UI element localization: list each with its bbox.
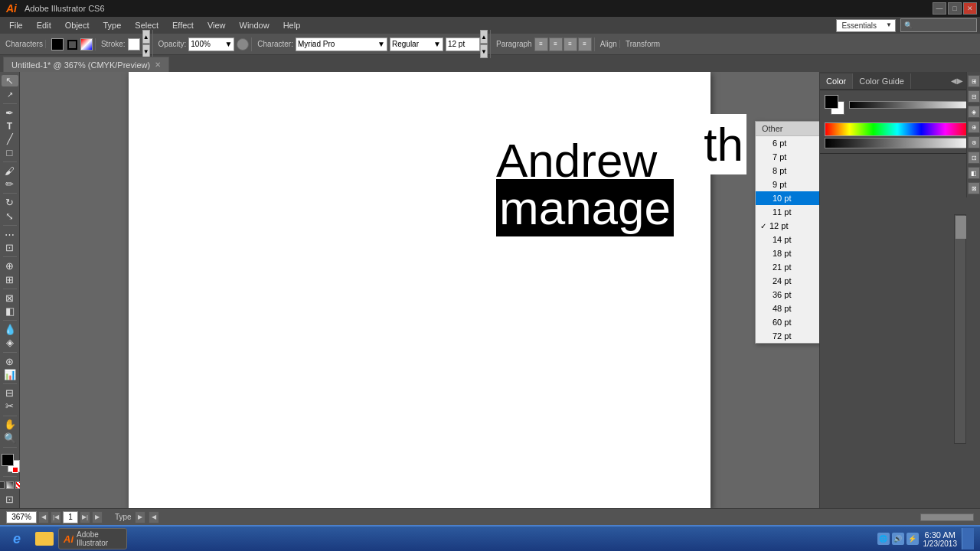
last-page-btn[interactable]: ▶|: [80, 511, 90, 523]
align-justify-btn[interactable]: ≡: [578, 37, 592, 51]
fsd-item-36pt[interactable]: 36 pt: [756, 288, 819, 302]
menu-view[interactable]: View: [201, 19, 232, 31]
normal-mode[interactable]: [0, 481, 5, 489]
fsd-item-12pt[interactable]: 12 pt: [756, 219, 819, 233]
fsd-item-48pt[interactable]: 48 pt: [756, 302, 819, 315]
scrollbar-thumb[interactable]: [956, 216, 966, 239]
type-back-btn[interactable]: ◀: [149, 511, 159, 523]
panel-btn-4[interactable]: ⊕: [968, 121, 980, 133]
font-size-input[interactable]: [446, 37, 480, 51]
hand-tool[interactable]: ✋: [2, 419, 18, 430]
fsd-item-18pt[interactable]: 18 pt: [756, 246, 819, 260]
size-down[interactable]: ▼: [480, 44, 488, 58]
panel-btn-8[interactable]: ⊠: [968, 182, 980, 194]
close-button[interactable]: ✕: [963, 2, 977, 15]
panel-btn-6[interactable]: ⊡: [968, 152, 980, 164]
paintbrush-tool[interactable]: 🖌: [2, 165, 18, 177]
font-size-dropdown[interactable]: Other 6 pt 7 pt 8 pt 9 pt 10 pt 11 pt 12…: [755, 121, 819, 344]
rotate-tool[interactable]: ↻: [2, 197, 18, 208]
ai-taskbar-btn[interactable]: Ai Adobe Illustrator: [58, 528, 127, 549]
menu-file[interactable]: File: [3, 19, 29, 31]
type-tool[interactable]: T: [2, 120, 18, 132]
fsd-item-14pt[interactable]: 14 pt: [756, 233, 819, 246]
align-center-btn[interactable]: ≡: [549, 37, 563, 51]
rectangle-tool[interactable]: □: [2, 147, 18, 158]
panel-btn-2[interactable]: ⊟: [968, 90, 980, 103]
fsd-item-24pt[interactable]: 24 pt: [756, 274, 819, 288]
size-up[interactable]: ▲: [480, 30, 488, 44]
scale-tool[interactable]: ⤡: [2, 210, 18, 221]
shape-builder-tool[interactable]: ⊕: [2, 260, 18, 272]
fsd-item-9pt[interactable]: 9 pt: [756, 178, 819, 191]
prev-page-btn[interactable]: ◀: [38, 511, 49, 523]
panel-btn-3[interactable]: ◈: [968, 106, 980, 118]
fsd-item-60pt[interactable]: 60 pt: [756, 315, 819, 329]
font-style-dropdown[interactable]: Regular ▼: [390, 37, 443, 51]
perspective-tool[interactable]: ⊞: [2, 273, 18, 285]
pencil-tool[interactable]: ✏: [2, 178, 18, 190]
foreground-swatch[interactable]: [2, 454, 14, 466]
screen-mode[interactable]: ⊡: [2, 494, 18, 505]
document-tab[interactable]: Untitled-1* @ 367% (CMYK/Preview) ✕: [3, 57, 169, 72]
folder-icon[interactable]: [31, 528, 58, 549]
column-graph-tool[interactable]: 📊: [2, 369, 18, 380]
menu-effect[interactable]: Effect: [166, 19, 200, 31]
slice-tool[interactable]: ✂: [2, 400, 18, 412]
essentials-dropdown[interactable]: Essentials ▼: [836, 19, 896, 32]
panel-btn-7[interactable]: ◧: [968, 167, 980, 179]
font-name-dropdown[interactable]: Myriad Pro ▼: [296, 37, 387, 51]
free-transform-tool[interactable]: ⊡: [2, 242, 18, 253]
opacity-icon[interactable]: [237, 38, 249, 51]
search-bar[interactable]: 🔍: [900, 18, 977, 32]
show-desktop-btn[interactable]: [962, 528, 974, 549]
stroke-color[interactable]: [128, 38, 140, 51]
ie-icon[interactable]: e: [3, 528, 31, 549]
selection-tool[interactable]: ↖: [2, 75, 18, 86]
panel-expand-icon[interactable]: ◀▶: [951, 75, 963, 87]
warp-tool[interactable]: ⋯: [2, 229, 18, 240]
mask-mode[interactable]: [6, 481, 14, 489]
page-input[interactable]: [63, 511, 78, 523]
stroke-swatch[interactable]: [67, 40, 77, 50]
opacity-dropdown[interactable]: 100% ▼: [188, 37, 234, 51]
fg-color-swatch[interactable]: [825, 95, 838, 109]
panel-btn-5[interactable]: ⊛: [968, 136, 980, 148]
fsd-item-11pt[interactable]: 11 pt: [756, 205, 819, 219]
swap-colors[interactable]: [12, 467, 18, 473]
stroke-up[interactable]: ▲: [142, 30, 150, 44]
pen-tool[interactable]: ✒: [2, 106, 18, 118]
fsd-item-7pt[interactable]: 7 pt: [756, 150, 819, 164]
menu-object[interactable]: Object: [59, 19, 96, 31]
tab-close-btn[interactable]: ✕: [155, 60, 161, 69]
color-guide-tab[interactable]: Color Guide: [853, 73, 911, 89]
next-page-btn[interactable]: ▶: [92, 511, 103, 523]
minimize-button[interactable]: —: [933, 2, 946, 15]
fsd-item-21pt[interactable]: 21 pt: [756, 260, 819, 274]
color-spectrum[interactable]: [825, 122, 970, 136]
maximize-button[interactable]: □: [948, 2, 962, 15]
fsd-item-8pt[interactable]: 8 pt: [756, 164, 819, 178]
fsd-item-6pt[interactable]: 6 pt: [756, 136, 819, 150]
fsd-item-10pt[interactable]: 10 pt: [756, 191, 819, 205]
direct-selection-tool[interactable]: ↗: [2, 88, 18, 99]
first-page-btn[interactable]: |◀: [51, 511, 61, 523]
gradient-icon[interactable]: [80, 38, 93, 51]
artboard-tool[interactable]: ⊟: [2, 387, 18, 399]
panel-btn-1[interactable]: ⊞: [968, 75, 980, 87]
symbol-tool[interactable]: ⊛: [2, 355, 18, 367]
zoom-input[interactable]: [6, 511, 37, 523]
fill-swatch[interactable]: [51, 38, 64, 51]
eyedropper-tool[interactable]: 💧: [2, 324, 18, 335]
align-left-btn[interactable]: ≡: [534, 37, 548, 51]
color-tab[interactable]: Color: [820, 73, 853, 89]
gray-spectrum[interactable]: [825, 138, 975, 148]
align-right-btn[interactable]: ≡: [564, 37, 577, 51]
slider-track[interactable]: [849, 101, 975, 109]
horizontal-scroll[interactable]: [920, 514, 974, 521]
fsd-item-72pt[interactable]: 72 pt: [756, 329, 819, 343]
zoom-tool[interactable]: 🔍: [2, 432, 18, 444]
menu-edit[interactable]: Edit: [31, 19, 57, 31]
blend-tool[interactable]: ◈: [2, 337, 18, 348]
mesh-tool[interactable]: ⊠: [2, 292, 18, 303]
gradient-tool[interactable]: ◧: [2, 305, 18, 317]
